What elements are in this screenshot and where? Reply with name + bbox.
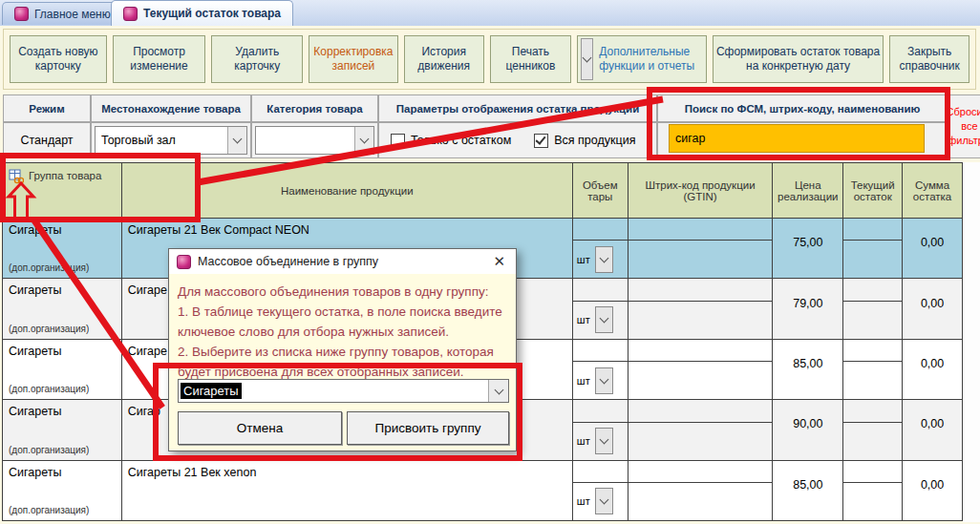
display-params-header: Параметры отображения остатка продукции	[378, 94, 657, 122]
unit-label: шт	[577, 254, 590, 265]
chevron-down-icon	[599, 434, 608, 444]
assign-group-button[interactable]: Присвоить группу	[347, 411, 509, 445]
sum-cell: 0,00	[903, 279, 962, 338]
org-cell: (доп.организация)	[9, 262, 89, 273]
access-app-icon	[123, 7, 138, 21]
extra-functions-group[interactable]: Дополнительные функции и отчеты	[577, 35, 707, 83]
sum-cell: 0,00	[903, 219, 962, 278]
org-cell: (доп.организация)	[9, 505, 89, 515]
product-name-cell: Сигаре	[128, 345, 167, 358]
access-app-icon	[177, 255, 191, 269]
unit-combo[interactable]: шт	[577, 246, 613, 273]
col-group-header[interactable]: Группа товара	[3, 163, 122, 218]
col-price-header[interactable]: Цена реализации	[773, 163, 843, 218]
group-select-arrow[interactable]	[488, 380, 508, 402]
group-select-value: Сигареты	[181, 383, 242, 399]
mode-value: Стандарт	[3, 122, 91, 158]
extra-functions-dropdown[interactable]	[581, 38, 593, 80]
search-header: Поиск по ФСМ, штрих-коду, наименованию	[657, 94, 948, 122]
category-header: Категория товара	[251, 94, 378, 122]
price-cell: 75,00	[773, 219, 842, 278]
chevron-down-icon	[599, 495, 608, 505]
group-select[interactable]: Сигареты	[178, 379, 509, 403]
group-cell: Сигареты	[9, 345, 61, 358]
sum-cell: 0,00	[903, 461, 962, 520]
table-header: Группа товара Наименование продукции Объ…	[2, 162, 963, 219]
app-window: Главное меню Текущий остаток товара Созд…	[0, 0, 980, 524]
group-cell: Сигареты	[9, 283, 61, 297]
unit-label: шт	[577, 435, 590, 447]
unit-combo[interactable]: шт	[577, 306, 613, 333]
dialog-titlebar[interactable]: Массовое объединение в группу ✕	[169, 249, 516, 274]
group-cell: Сигареты	[9, 405, 61, 418]
category-select-value	[256, 127, 354, 154]
chevron-down-icon	[599, 374, 608, 384]
chevron-down-icon	[494, 385, 503, 394]
chevron-down-icon	[360, 135, 370, 144]
category-select-arrow[interactable]	[354, 127, 373, 154]
sum-cell: 0,00	[903, 340, 962, 399]
table-row[interactable]: Сигареты(доп.организация) Сигареты 21 Ве…	[3, 461, 962, 521]
col-sum-header[interactable]: Сумма остатка	[903, 163, 962, 218]
only-with-stock-checkbox[interactable]	[391, 134, 405, 148]
unit-dropdown[interactable]	[595, 488, 613, 514]
price-cell: 90,00	[773, 400, 842, 459]
price-cell: 79,00	[773, 279, 842, 338]
instruction-line: Для массового объединения товаров в одну…	[178, 282, 507, 302]
dialog-title: Массовое объединение в группу	[198, 255, 483, 268]
col-volume-header[interactable]: Объем тары	[573, 163, 628, 218]
location-select-arrow[interactable]	[227, 127, 246, 154]
reset-filters-button[interactable]: Сбросить все фильтры	[948, 94, 980, 158]
instruction-line: 2. Выберите из списка ниже группу товаро…	[178, 342, 507, 362]
location-header: Местонахождение товара	[91, 94, 251, 122]
col-current-header[interactable]: Текущий остаток	[843, 163, 903, 218]
close-reference-button[interactable]: Закрыть справочник	[889, 35, 969, 83]
dialog-instructions: Для массового объединения товаров в одну…	[169, 274, 516, 382]
unit-dropdown[interactable]	[595, 306, 613, 333]
cancel-button[interactable]: Отмена	[178, 411, 342, 445]
scrollbar-track[interactable]	[963, 162, 980, 522]
group-table-icon	[9, 169, 24, 184]
correct-records-button[interactable]: Корректировка записей	[309, 35, 398, 83]
price-cell: 85,00	[773, 461, 842, 520]
location-select[interactable]: Торговый зал	[95, 126, 247, 155]
view-change-button[interactable]: Просмотр изменение	[113, 35, 206, 83]
tab-main-menu[interactable]: Главное меню	[2, 2, 123, 25]
unit-dropdown[interactable]	[595, 428, 613, 454]
unit-dropdown[interactable]	[595, 246, 613, 273]
tab-bar: Главное меню Текущий остаток товара	[0, 0, 980, 26]
instruction-line: 1. В таблице текущего остатка, в поле по…	[178, 302, 507, 322]
close-icon[interactable]: ✕	[490, 253, 508, 270]
extra-functions-label: Дополнительные функции и отчеты	[599, 45, 703, 73]
only-with-stock-option[interactable]: Только с остатком	[391, 134, 511, 148]
product-name-cell: Сигареты 21 Век xenon	[128, 466, 257, 479]
movement-history-button[interactable]: История движения	[404, 35, 484, 83]
delete-card-button[interactable]: Удалить карточку	[211, 35, 303, 83]
stock-on-date-button[interactable]: Сформировать остаток товара на конкретну…	[713, 35, 884, 83]
all-products-option[interactable]: Вся продукция	[534, 134, 635, 148]
tab-current-stock[interactable]: Текущий остаток товара	[111, 0, 293, 26]
unit-label: шт	[577, 314, 590, 325]
unit-combo[interactable]: шт	[577, 367, 613, 394]
unit-combo[interactable]: шт	[577, 428, 613, 454]
all-products-label: Вся продукция	[554, 134, 635, 147]
col-gtin-header[interactable]: Штрих-код продукции (GTIN)	[628, 163, 774, 218]
group-cell: Сигареты	[9, 466, 61, 479]
access-app-icon	[14, 7, 29, 21]
unit-combo[interactable]: шт	[577, 488, 613, 514]
org-cell: (доп.организация)	[9, 384, 89, 394]
tab-current-stock-label: Текущий остаток товара	[143, 7, 281, 20]
chevron-down-icon	[599, 253, 608, 262]
print-price-tags-button[interactable]: Печать ценников	[490, 35, 572, 83]
create-card-button[interactable]: Создать новую карточку	[10, 35, 107, 83]
col-name-header[interactable]: Наименование продукции	[122, 163, 573, 218]
group-cell: Сигареты	[9, 223, 61, 237]
all-products-checkbox[interactable]	[534, 134, 548, 148]
search-input[interactable]: сигар	[669, 124, 925, 153]
unit-dropdown[interactable]	[595, 367, 613, 394]
category-select[interactable]	[255, 126, 374, 155]
location-select-value: Торговый зал	[96, 127, 227, 154]
instruction-line: ключевое слово для отбора нужных записей…	[178, 322, 507, 342]
mass-group-dialog: Массовое объединение в группу ✕ Для масс…	[168, 248, 517, 451]
only-with-stock-label: Только с остатком	[411, 134, 511, 147]
